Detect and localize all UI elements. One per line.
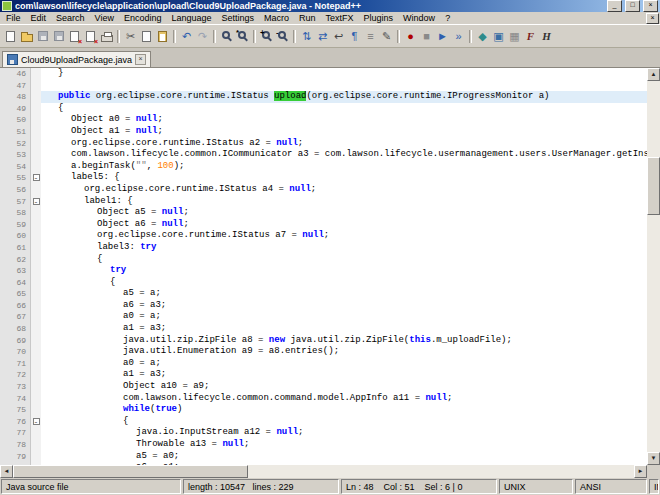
menu-item-macro[interactable]: Macro: [259, 12, 294, 24]
plugin-doc-map-icon[interactable]: ▣: [491, 29, 506, 44]
horizontal-scroll-track[interactable]: [13, 465, 634, 478]
scroll-up-arrow-icon[interactable]: ▲: [647, 68, 660, 81]
user-define-language-icon[interactable]: ✎: [379, 29, 394, 44]
plugin-monitor-icon[interactable]: ◆: [475, 29, 490, 44]
zoom-out-icon[interactable]: -: [275, 29, 290, 44]
menu-item-edit[interactable]: Edit: [26, 12, 52, 24]
menu-item-help[interactable]: ?: [440, 12, 455, 24]
word-wrap-icon[interactable]: ↩: [331, 29, 346, 44]
redo-icon[interactable]: ↷: [195, 29, 210, 44]
indent-guide-icon[interactable]: ≡: [363, 29, 378, 44]
fold-marker-icon[interactable]: -: [31, 172, 41, 184]
zoom-in-icon[interactable]: +: [259, 29, 274, 44]
vertical-scroll-track[interactable]: [647, 81, 660, 452]
code-line-52[interactable]: 52org.eclipse.core.runtime.IStatus a2 = …: [0, 138, 647, 150]
code-line-54[interactable]: 54a.beginTask("", 100);: [0, 161, 647, 173]
scroll-down-arrow-icon[interactable]: ▼: [647, 452, 660, 465]
code-line-62[interactable]: 62{: [0, 254, 647, 266]
vertical-scroll-thumb[interactable]: [647, 157, 660, 215]
code-line-48[interactable]: 48public org.eclipse.core.runtime.IStatu…: [0, 91, 647, 103]
code-line-50[interactable]: 50Object a0 = null;: [0, 114, 647, 126]
vertical-scrollbar[interactable]: ▲ ▼: [647, 68, 660, 465]
code-line-76[interactable]: 76-{: [0, 416, 647, 428]
menu-item-run[interactable]: Run: [294, 12, 321, 24]
maximize-button[interactable]: □: [625, 0, 640, 12]
code-line-73[interactable]: 73Object a10 = a9;: [0, 381, 647, 393]
code-line-55[interactable]: 55-label5: {: [0, 172, 647, 184]
cut-icon[interactable]: ✂: [123, 29, 138, 44]
code-line-64[interactable]: 64{: [0, 277, 647, 289]
macro-play-icon[interactable]: ►: [435, 29, 450, 44]
code-line-68[interactable]: 68a1 = a3;: [0, 323, 647, 335]
code-line-47[interactable]: 47: [0, 80, 647, 92]
plugin-f-icon[interactable]: F: [523, 29, 538, 44]
horizontal-scrollbar[interactable]: ◄ ►: [0, 465, 660, 478]
close-file-icon[interactable]: ×: [67, 29, 82, 44]
fold-marker-icon[interactable]: -: [31, 416, 41, 428]
code-line-56[interactable]: 56org.eclipse.core.runtime.IStatus a4 = …: [0, 184, 647, 196]
code-line-46[interactable]: 46}: [0, 68, 647, 80]
editor-text-area[interactable]: 46}4748public org.eclipse.core.runtime.I…: [0, 68, 647, 465]
plugin-h-icon[interactable]: H: [539, 29, 554, 44]
close-all-icon[interactable]: ×: [83, 29, 98, 44]
plugin-function-list-icon[interactable]: ▦: [507, 29, 522, 44]
code-line-65[interactable]: 65a5 = a;: [0, 288, 647, 300]
macro-stop-icon[interactable]: ■: [419, 29, 434, 44]
menu-item-settings[interactable]: Settings: [217, 12, 260, 24]
copy-icon[interactable]: [139, 29, 154, 44]
menu-item-textfx[interactable]: TextFX: [321, 12, 359, 24]
sync-horizontal-icon[interactable]: ⇄: [315, 29, 330, 44]
code-line-74[interactable]: 74com.lawson.lifecycle.common.command.mo…: [0, 393, 647, 405]
code-line-67[interactable]: 67a0 = a;: [0, 311, 647, 323]
menu-item-file[interactable]: File: [1, 12, 26, 24]
code-line-75[interactable]: 75while(true): [0, 404, 647, 416]
new-file-icon[interactable]: [3, 29, 18, 44]
fold-marker-icon[interactable]: -: [31, 196, 41, 208]
show-all-characters-icon[interactable]: ¶: [347, 29, 362, 44]
menu-item-plugins[interactable]: Plugins: [359, 12, 399, 24]
minimize-button[interactable]: _: [607, 0, 622, 12]
code-line-49[interactable]: 49{: [0, 103, 647, 115]
code-line-51[interactable]: 51Object a1 = null;: [0, 126, 647, 138]
tab-close-icon[interactable]: ×: [135, 54, 146, 65]
close-button[interactable]: ×: [643, 0, 658, 12]
find-icon[interactable]: [219, 29, 234, 44]
code-line-60[interactable]: 60org.eclipse.core.runtime.IStatus a7 = …: [0, 230, 647, 242]
code-line-66[interactable]: 66a6 = a3;: [0, 300, 647, 312]
tab-cloud9uploadpackage[interactable]: Cloud9UploadPackage.java ×: [2, 51, 151, 67]
menu-bar-close-button[interactable]: ×: [646, 13, 659, 24]
macro-run-multiple-icon[interactable]: »: [451, 29, 466, 44]
code-line-57[interactable]: 57-label1: {: [0, 196, 647, 208]
menu-item-encoding[interactable]: Encoding: [119, 12, 167, 24]
menu-item-search[interactable]: Search: [51, 12, 90, 24]
menu-item-language[interactable]: Language: [166, 12, 216, 24]
replace-icon[interactable]: *: [235, 29, 250, 44]
save-all-icon[interactable]: [51, 29, 66, 44]
horizontal-scroll-thumb[interactable]: [13, 465, 248, 478]
scroll-left-arrow-icon[interactable]: ◄: [0, 465, 13, 478]
code-line-53[interactable]: 53com.lawson.lifecycle.common.ICommunica…: [0, 149, 647, 161]
undo-icon[interactable]: ↶: [179, 29, 194, 44]
sync-vertical-icon[interactable]: ⇅: [299, 29, 314, 44]
code-line-70[interactable]: 70java.util.Enumeration a9 = a8.entries(…: [0, 346, 647, 358]
code-line-72[interactable]: 72a1 = a3;: [0, 369, 647, 381]
code-line-59[interactable]: 59Object a6 = null;: [0, 219, 647, 231]
code-line-78[interactable]: 78Throwable a13 = null;: [0, 439, 647, 451]
code-line-77[interactable]: 77java.io.InputStream a12 = null;: [0, 427, 647, 439]
print-icon[interactable]: [99, 29, 114, 44]
line-number: 73: [0, 381, 31, 393]
code-line-63[interactable]: 63try: [0, 265, 647, 277]
save-icon[interactable]: [35, 29, 50, 44]
code-line-69[interactable]: 69java.util.zip.ZipFile a8 = new java.ut…: [0, 335, 647, 347]
menu-item-window[interactable]: Window: [398, 12, 440, 24]
menu-item-view[interactable]: View: [90, 12, 119, 24]
paste-icon[interactable]: [155, 29, 170, 44]
scroll-right-arrow-icon[interactable]: ►: [634, 465, 647, 478]
code-line-71[interactable]: 71a0 = a;: [0, 358, 647, 370]
code-line-61[interactable]: 61label3: try: [0, 242, 647, 254]
code-line-79[interactable]: 79a5 = a0;: [0, 451, 647, 463]
open-file-icon[interactable]: [19, 29, 34, 44]
macro-record-icon[interactable]: ●: [403, 29, 418, 44]
code-line-58[interactable]: 58Object a5 = null;: [0, 207, 647, 219]
line-number: 50: [0, 114, 31, 126]
